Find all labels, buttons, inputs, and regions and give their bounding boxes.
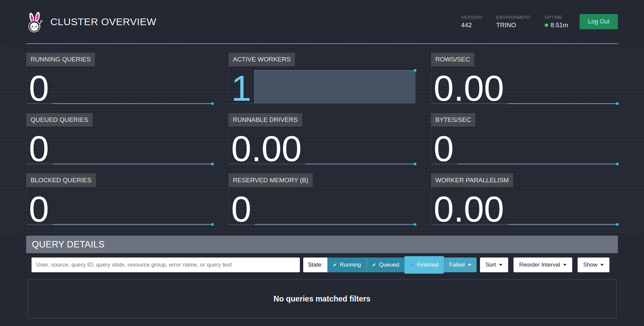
state-filter-group: State: ✔ Running ✔ Queued ✔ Finished ✔ F… (303, 258, 477, 272)
log-out-button[interactable]: Log Out (580, 14, 618, 29)
version-label: VERSION (461, 15, 482, 20)
stats-grid: 0 RUNNING QUERIES 1 ACTIVE WORKERS 0.00 … (0, 44, 644, 234)
check-icon: ✔ (333, 262, 337, 268)
uptime-status-dot (545, 24, 548, 27)
sparkline-line (53, 224, 213, 225)
trino-bunny-logo (26, 12, 44, 33)
environment-info: ENVIRONMENT TRINO (496, 15, 531, 29)
stat-card-bytes-sec: 0 BYTES/SEC (431, 113, 618, 164)
sparkline-latest-dot (616, 163, 619, 165)
state-button-label: Running (340, 262, 361, 268)
environment-label: ENVIRONMENT (496, 15, 531, 20)
stat-value: 1 (231, 74, 251, 102)
sparkline-latest-dot (616, 223, 619, 226)
caret-down-icon (600, 264, 604, 266)
uptime-info: UPTIME 8.51m (545, 15, 568, 29)
stat-label: WORKER PARALLELISM (431, 174, 513, 187)
sparkline-line (508, 103, 618, 104)
state-filter-failed-dropdown[interactable]: ✔ Failed (444, 258, 476, 272)
stat-value: 0.00 (434, 74, 504, 102)
stat-label: ACTIVE WORKERS (228, 53, 295, 66)
environment-value: TRINO (496, 21, 531, 29)
sparkline-latest-dot (211, 223, 214, 226)
state-filter-running-toggle[interactable]: ✔ Running (327, 258, 366, 272)
stat-label: RUNNING QUERIES (26, 53, 95, 66)
state-filter-finished-toggle[interactable]: ✔ Finished (405, 256, 444, 274)
sort-dropdown-button[interactable]: Sort (480, 258, 508, 272)
sort-label: Sort (486, 262, 496, 268)
sparkline-latest-dot (414, 223, 416, 226)
stat-value: 0 (29, 74, 49, 102)
stat-label: BLOCKED QUERIES (26, 174, 96, 187)
sparkline-latest-dot (211, 102, 214, 105)
sparkline-latest-dot (414, 163, 416, 165)
stat-card-running-queries: 0 RUNNING QUERIES (26, 53, 213, 104)
stat-card-active-workers: 1 ACTIVE WORKERS (228, 53, 415, 104)
state-button-label: Failed (449, 262, 465, 268)
area-chart-fill (254, 70, 415, 103)
sparkline-latest-dot (616, 102, 619, 105)
version-value: 442 (461, 21, 482, 29)
caret-down-icon (468, 264, 471, 266)
uptime-text: 8.51m (550, 21, 568, 29)
show-label: Show (583, 262, 598, 268)
stat-card-rows-sec: 0.00 ROWS/SEC (431, 53, 618, 104)
state-button-label: Finished (417, 262, 438, 268)
stat-card-runnable-drivers: 0.00 RUNNABLE DRIVERS (228, 113, 415, 164)
stat-label: QUEUED QUERIES (26, 113, 93, 127)
query-details-header: QUERY DETAILS (26, 236, 618, 253)
sparkline-line (458, 164, 618, 165)
caret-down-icon (563, 264, 567, 266)
reorder-interval-label: Reorder Interval (519, 262, 560, 268)
caret-down-icon (499, 264, 502, 266)
sparkline-latest-dot (211, 163, 214, 165)
sparkline-line (53, 103, 213, 104)
state-group-label: State: (303, 258, 327, 272)
stat-value: 0 (29, 135, 49, 163)
area-latest-dot (414, 69, 416, 72)
stat-value: 0.00 (231, 135, 302, 163)
sparkline-line (255, 224, 415, 225)
no-queries-message: No queries matched filters (28, 279, 616, 318)
uptime-label: UPTIME (545, 15, 568, 20)
check-icon: ✔ (372, 262, 376, 268)
sparkline-line (305, 164, 415, 165)
stat-label: RESERVED MEMORY (B) (228, 174, 313, 187)
stat-label: RUNNABLE DRIVERS (228, 113, 302, 127)
stat-card-queued-queries: 0 QUEUED QUERIES (26, 113, 213, 164)
page-title: CLUSTER OVERVIEW (50, 16, 156, 28)
state-button-label: Queued (379, 262, 399, 268)
stat-card-worker-parallelism: 0.00 WORKER PARALLELISM (431, 174, 618, 225)
query-filter-toolbar: State: ✔ Running ✔ Queued ✔ Finished ✔ F… (26, 253, 618, 277)
app-header: CLUSTER OVERVIEW VERSION 442 ENVIRONMENT… (0, 0, 644, 43)
version-info: VERSION 442 (461, 15, 482, 29)
stat-label: ROWS/SEC (431, 53, 474, 66)
uptime-value: 8.51m (545, 21, 568, 29)
stat-value: 0 (434, 135, 454, 163)
sparkline-line (508, 224, 618, 225)
stat-value: 0 (231, 195, 251, 223)
stat-label: BYTES/SEC (431, 113, 476, 127)
stat-value: 0.00 (434, 195, 504, 223)
stat-card-blocked-queries: 0 BLOCKED QUERIES (26, 174, 213, 225)
show-dropdown-button[interactable]: Show (578, 258, 610, 272)
query-search-input[interactable] (32, 258, 300, 272)
check-icon: ✔ (410, 262, 414, 268)
reorder-interval-dropdown-button[interactable]: Reorder Interval (514, 258, 572, 272)
stat-card-reserved-memory: 0 RESERVED MEMORY (B) (228, 174, 415, 225)
stat-value: 0 (29, 195, 49, 223)
state-filter-queued-toggle[interactable]: ✔ Queued (366, 258, 405, 272)
sparkline-line (53, 164, 213, 165)
